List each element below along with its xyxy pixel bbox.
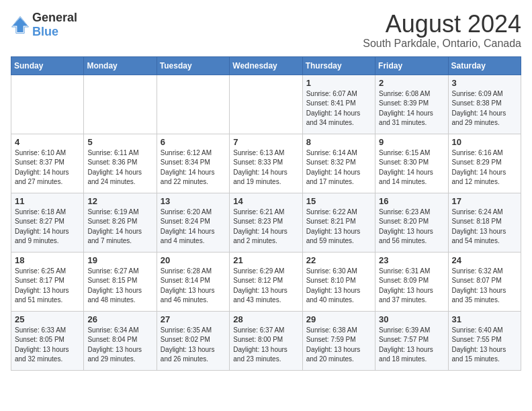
cell-info-text: Sunrise: 6:28 AM Sunset: 8:14 PM Dayligh… xyxy=(161,267,226,306)
cell-info-text: Sunrise: 6:34 AM Sunset: 8:04 PM Dayligh… xyxy=(87,326,152,365)
calendar-cell: 16Sunrise: 6:23 AM Sunset: 8:20 PM Dayli… xyxy=(375,193,448,252)
day-number: 25 xyxy=(15,314,80,324)
day-number: 28 xyxy=(233,314,298,324)
cell-info-text: Sunrise: 6:22 AM Sunset: 8:21 PM Dayligh… xyxy=(306,208,371,246)
page-header: General Blue August 2024 South Parkdale,… xyxy=(11,11,521,50)
day-number: 1 xyxy=(306,78,371,88)
day-number: 6 xyxy=(161,137,226,147)
cell-info-text: Sunrise: 6:08 AM Sunset: 8:39 PM Dayligh… xyxy=(379,89,444,128)
day-number: 31 xyxy=(452,314,517,324)
day-header-thursday: Thursday xyxy=(302,56,375,75)
day-number: 5 xyxy=(87,137,152,147)
day-number: 17 xyxy=(452,196,517,206)
cell-info-text: Sunrise: 6:38 AM Sunset: 7:59 PM Dayligh… xyxy=(306,326,371,365)
day-number: 9 xyxy=(379,137,444,147)
day-number: 26 xyxy=(87,314,152,324)
day-number: 24 xyxy=(452,255,517,265)
logo-text: General Blue xyxy=(32,11,77,39)
day-number: 13 xyxy=(161,196,226,206)
calendar-cell xyxy=(230,75,302,134)
calendar-cell: 20Sunrise: 6:28 AM Sunset: 8:14 PM Dayli… xyxy=(157,252,229,311)
calendar-week-row: 18Sunrise: 6:25 AM Sunset: 8:17 PM Dayli… xyxy=(11,252,521,311)
calendar-cell: 11Sunrise: 6:18 AM Sunset: 8:27 PM Dayli… xyxy=(11,193,84,252)
title-block: August 2024 South Parkdale, Ontario, Can… xyxy=(363,11,521,50)
calendar-cell: 1Sunrise: 6:07 AM Sunset: 8:41 PM Daylig… xyxy=(302,75,375,134)
calendar-header-row: SundayMondayTuesdayWednesdayThursdayFrid… xyxy=(11,56,521,75)
cell-info-text: Sunrise: 6:35 AM Sunset: 8:02 PM Dayligh… xyxy=(161,326,226,365)
day-number: 20 xyxy=(161,255,226,265)
cell-info-text: Sunrise: 6:16 AM Sunset: 8:29 PM Dayligh… xyxy=(452,148,517,187)
day-number: 12 xyxy=(87,196,152,206)
cell-info-text: Sunrise: 6:33 AM Sunset: 8:05 PM Dayligh… xyxy=(15,326,80,365)
day-number: 18 xyxy=(15,255,80,265)
calendar-cell: 15Sunrise: 6:22 AM Sunset: 8:21 PM Dayli… xyxy=(302,193,375,252)
calendar-table: SundayMondayTuesdayWednesdayThursdayFrid… xyxy=(11,56,521,371)
cell-info-text: Sunrise: 6:27 AM Sunset: 8:15 PM Dayligh… xyxy=(87,267,152,306)
logo-icon xyxy=(11,15,30,34)
cell-info-text: Sunrise: 6:29 AM Sunset: 8:12 PM Dayligh… xyxy=(233,267,298,306)
cell-info-text: Sunrise: 6:32 AM Sunset: 8:07 PM Dayligh… xyxy=(452,267,517,306)
day-header-sunday: Sunday xyxy=(11,56,84,75)
cell-info-text: Sunrise: 6:07 AM Sunset: 8:41 PM Dayligh… xyxy=(306,89,371,128)
day-header-tuesday: Tuesday xyxy=(157,56,229,75)
cell-info-text: Sunrise: 6:31 AM Sunset: 8:09 PM Dayligh… xyxy=(379,267,444,306)
day-number: 23 xyxy=(379,255,444,265)
calendar-cell: 17Sunrise: 6:24 AM Sunset: 8:18 PM Dayli… xyxy=(448,193,521,252)
calendar-cell: 10Sunrise: 6:16 AM Sunset: 8:29 PM Dayli… xyxy=(448,134,521,193)
calendar-cell: 28Sunrise: 6:37 AM Sunset: 8:00 PM Dayli… xyxy=(230,311,302,370)
calendar-week-row: 11Sunrise: 6:18 AM Sunset: 8:27 PM Dayli… xyxy=(11,193,521,252)
calendar-cell: 13Sunrise: 6:20 AM Sunset: 8:24 PM Dayli… xyxy=(157,193,229,252)
month-year-title: August 2024 xyxy=(363,11,521,38)
cell-info-text: Sunrise: 6:13 AM Sunset: 8:33 PM Dayligh… xyxy=(233,148,298,187)
calendar-cell: 5Sunrise: 6:11 AM Sunset: 8:36 PM Daylig… xyxy=(84,134,157,193)
calendar-cell: 21Sunrise: 6:29 AM Sunset: 8:12 PM Dayli… xyxy=(230,252,302,311)
calendar-cell: 12Sunrise: 6:19 AM Sunset: 8:26 PM Dayli… xyxy=(84,193,157,252)
day-number: 16 xyxy=(379,196,444,206)
calendar-cell: 24Sunrise: 6:32 AM Sunset: 8:07 PM Dayli… xyxy=(448,252,521,311)
day-number: 11 xyxy=(15,196,80,206)
svg-marker-0 xyxy=(13,17,28,32)
calendar-cell: 30Sunrise: 6:39 AM Sunset: 7:57 PM Dayli… xyxy=(375,311,448,370)
day-number: 2 xyxy=(379,78,444,88)
day-number: 10 xyxy=(452,137,517,147)
day-header-wednesday: Wednesday xyxy=(230,56,302,75)
calendar-week-row: 4Sunrise: 6:10 AM Sunset: 8:37 PM Daylig… xyxy=(11,134,521,193)
cell-info-text: Sunrise: 6:21 AM Sunset: 8:23 PM Dayligh… xyxy=(233,208,298,246)
cell-info-text: Sunrise: 6:14 AM Sunset: 8:32 PM Dayligh… xyxy=(306,148,371,187)
calendar-cell: 26Sunrise: 6:34 AM Sunset: 8:04 PM Dayli… xyxy=(84,311,157,370)
calendar-cell: 3Sunrise: 6:09 AM Sunset: 8:38 PM Daylig… xyxy=(448,75,521,134)
calendar-cell xyxy=(84,75,157,134)
cell-info-text: Sunrise: 6:25 AM Sunset: 8:17 PM Dayligh… xyxy=(15,267,80,306)
calendar-cell: 29Sunrise: 6:38 AM Sunset: 7:59 PM Dayli… xyxy=(302,311,375,370)
day-number: 3 xyxy=(452,78,517,88)
cell-info-text: Sunrise: 6:23 AM Sunset: 8:20 PM Dayligh… xyxy=(379,208,444,246)
cell-info-text: Sunrise: 6:20 AM Sunset: 8:24 PM Dayligh… xyxy=(161,208,226,246)
calendar-cell: 7Sunrise: 6:13 AM Sunset: 8:33 PM Daylig… xyxy=(230,134,302,193)
calendar-week-row: 25Sunrise: 6:33 AM Sunset: 8:05 PM Dayli… xyxy=(11,311,521,370)
day-number: 14 xyxy=(233,196,298,206)
calendar-cell: 18Sunrise: 6:25 AM Sunset: 8:17 PM Dayli… xyxy=(11,252,84,311)
calendar-cell: 27Sunrise: 6:35 AM Sunset: 8:02 PM Dayli… xyxy=(157,311,229,370)
calendar-cell: 9Sunrise: 6:15 AM Sunset: 8:30 PM Daylig… xyxy=(375,134,448,193)
day-header-friday: Friday xyxy=(375,56,448,75)
calendar-cell: 19Sunrise: 6:27 AM Sunset: 8:15 PM Dayli… xyxy=(84,252,157,311)
logo: General Blue xyxy=(11,11,77,39)
calendar-cell: 6Sunrise: 6:12 AM Sunset: 8:34 PM Daylig… xyxy=(157,134,229,193)
calendar-cell: 31Sunrise: 6:40 AM Sunset: 7:55 PM Dayli… xyxy=(448,311,521,370)
day-number: 4 xyxy=(15,137,80,147)
cell-info-text: Sunrise: 6:12 AM Sunset: 8:34 PM Dayligh… xyxy=(161,148,226,187)
calendar-cell: 22Sunrise: 6:30 AM Sunset: 8:10 PM Dayli… xyxy=(302,252,375,311)
day-number: 15 xyxy=(306,196,371,206)
calendar-cell xyxy=(11,75,84,134)
cell-info-text: Sunrise: 6:10 AM Sunset: 8:37 PM Dayligh… xyxy=(15,148,80,187)
day-number: 21 xyxy=(233,255,298,265)
calendar-week-row: 1Sunrise: 6:07 AM Sunset: 8:41 PM Daylig… xyxy=(11,75,521,134)
day-number: 29 xyxy=(306,314,371,324)
calendar-cell: 2Sunrise: 6:08 AM Sunset: 8:39 PM Daylig… xyxy=(375,75,448,134)
day-number: 30 xyxy=(379,314,444,324)
day-header-saturday: Saturday xyxy=(448,56,521,75)
calendar-cell: 23Sunrise: 6:31 AM Sunset: 8:09 PM Dayli… xyxy=(375,252,448,311)
day-header-monday: Monday xyxy=(84,56,157,75)
day-number: 27 xyxy=(161,314,226,324)
cell-info-text: Sunrise: 6:09 AM Sunset: 8:38 PM Dayligh… xyxy=(452,89,517,128)
